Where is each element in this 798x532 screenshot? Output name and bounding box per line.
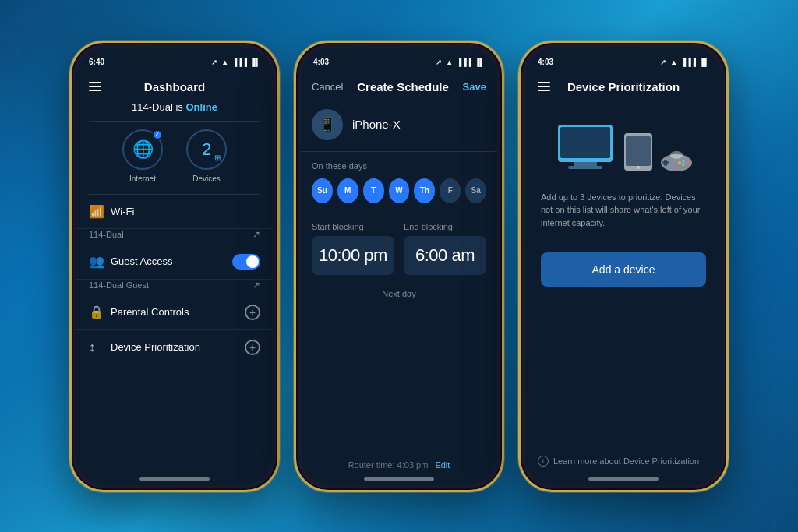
prioritization-content: Device Prioritization (525, 71, 722, 287)
parental-plus-icon[interactable]: + (245, 305, 260, 320)
guest-network-name: 114-Dual Guest (89, 280, 149, 290)
status-icons-1: ↗ ▲ ▐▐▐ ▐▌ (211, 58, 260, 67)
day-m[interactable]: M (337, 178, 358, 203)
device-prioritization-menu-item[interactable]: ↕ Device Prioritization + (76, 330, 273, 365)
schedule-header: Cancel Create Schedule Save (301, 77, 497, 101)
guest-access-toggle[interactable] (232, 254, 260, 270)
guest-access-menu-item[interactable]: 👥 Guest Access (76, 245, 273, 280)
priority-illustration (525, 101, 722, 191)
svg-point-12 (682, 163, 685, 166)
menu-icon[interactable] (89, 82, 101, 91)
svg-point-6 (637, 166, 640, 169)
priority-menu-icon[interactable] (538, 82, 550, 91)
home-indicator-1 (139, 477, 210, 481)
wifi-icon-2: ▲ (445, 58, 454, 67)
signal-icon-3: ▐▐▐ (681, 58, 696, 66)
svg-rect-5 (626, 136, 651, 166)
day-sa[interactable]: Sa (465, 178, 486, 203)
learn-more-row: i Learn more about Device Prioritization (538, 456, 709, 467)
info-icon: i (538, 456, 549, 467)
parental-controls-icon: 🔒 (89, 305, 111, 319)
battery-icon-3: ▐▌ (699, 58, 709, 66)
start-time-block: Start blocking 10:00 pm (312, 222, 394, 275)
check-badge: ✓ (152, 129, 163, 140)
wifi-menu-item[interactable]: 📶 Wi-Fi (76, 195, 273, 229)
status-icons-3: ↗ ▲ ▐▐▐ ▐▌ (660, 58, 709, 67)
online-status: 114-Dual is Online (76, 100, 273, 121)
day-su[interactable]: Su (312, 178, 333, 203)
notch-2 (356, 48, 442, 66)
learn-more-text[interactable]: Learn more about Device Prioritization (553, 456, 699, 466)
next-day-label: Next day (301, 284, 497, 314)
time-section: Start blocking 10:00 pm End blocking 6:0… (301, 213, 497, 284)
start-time-value[interactable]: 10:00 pm (312, 236, 394, 275)
time-2: 4:03 (313, 58, 329, 66)
signal-icon-1: ▐▐▐ (232, 58, 247, 66)
svg-point-10 (682, 160, 685, 163)
devices-sub-icon: ⊞ (214, 153, 221, 162)
wifi-external-icon: ↗ (252, 229, 260, 240)
add-device-button[interactable]: Add a device (541, 252, 706, 287)
controller-svg (660, 149, 693, 172)
svg-rect-3 (568, 166, 602, 169)
device-prioritization-icon: ↕ (89, 340, 111, 354)
svg-point-14 (670, 151, 683, 159)
priority-title: Device Prioritization (567, 80, 680, 93)
wifi-menu-label: Wi-Fi (111, 206, 260, 217)
save-button[interactable]: Save (463, 81, 486, 93)
parental-controls-label: Parental Controls (111, 306, 245, 318)
internet-icon-item: 🌐 ✓ Internet (122, 129, 163, 183)
battery-icon-1: ▐▌ (250, 58, 260, 66)
dashboard-icons: 🌐 ✓ Internet 2 ⊞ Devices (76, 122, 273, 194)
schedule-content: Cancel Create Schedule Save 📱 iPhone-X O… (301, 71, 497, 314)
time-1: 6:40 (89, 58, 104, 66)
end-time-value[interactable]: 6:00 am (404, 236, 486, 275)
device-prioritization-label: Device Prioritization (111, 341, 245, 353)
guest-access-icon: 👥 (89, 254, 111, 269)
signal-icon-2: ▐▐▐ (457, 58, 471, 66)
device-avatar: 📱 (312, 109, 343, 140)
parental-controls-menu-item[interactable]: 🔒 Parental Controls + (76, 295, 273, 330)
status-icons-2: ↗ ▲ ▐▐▐ ▐▌ (436, 58, 485, 67)
devices-circle: 2 ⊞ (186, 129, 227, 170)
devices-number: 2 (202, 139, 211, 160)
svg-point-11 (686, 161, 689, 164)
svg-rect-1 (560, 127, 610, 158)
day-t[interactable]: T (363, 178, 384, 203)
router-time: Router time: 4:03 pm Edit (301, 460, 497, 470)
dashboard-header: Dashboard (76, 77, 273, 100)
home-indicator-2 (364, 477, 434, 481)
day-f[interactable]: F (440, 178, 461, 203)
day-w[interactable]: W (389, 178, 410, 203)
notch-3 (581, 48, 666, 66)
notch (132, 48, 217, 66)
start-blocking-label: Start blocking (312, 222, 394, 231)
svg-point-13 (678, 161, 681, 164)
guest-external-icon: ↗ (252, 280, 260, 291)
time-3: 4:03 (538, 58, 553, 66)
priority-plus-icon[interactable]: + (245, 340, 260, 355)
end-blocking-label: End blocking (404, 222, 486, 231)
devices-label: Devices (192, 174, 221, 183)
wifi-menu-icon: 📶 (89, 204, 111, 219)
battery-icon-2: ▐▌ (475, 58, 485, 66)
schedule-title: Create Schedule (357, 80, 449, 93)
devices-icon-item: 2 ⊞ Devices (186, 129, 227, 183)
device-row: 📱 iPhone-X (301, 101, 497, 152)
wifi-sublabel-row: 114-Dual ↗ (76, 229, 273, 245)
svg-rect-9 (662, 161, 669, 164)
phone-schedule: 4:03 ↗ ▲ ▐▐▐ ▐▌ Cancel Create Schedule S… (294, 41, 504, 492)
wifi-icon-1: ▲ (221, 58, 229, 67)
device-name: iPhone-X (352, 118, 401, 131)
wifi-network-name: 114-Dual (89, 230, 124, 239)
guest-access-label: Guest Access (111, 255, 232, 267)
monitor-svg (554, 125, 616, 175)
globe-icon: 🌐 (132, 139, 154, 160)
svg-rect-2 (574, 162, 597, 166)
wifi-icon-3: ▲ (669, 58, 678, 67)
day-th[interactable]: Th (414, 178, 435, 203)
edit-link[interactable]: Edit (435, 460, 450, 470)
cancel-button[interactable]: Cancel (312, 81, 343, 93)
internet-label: Internet (129, 174, 156, 183)
device-icon: 📱 (319, 116, 336, 133)
